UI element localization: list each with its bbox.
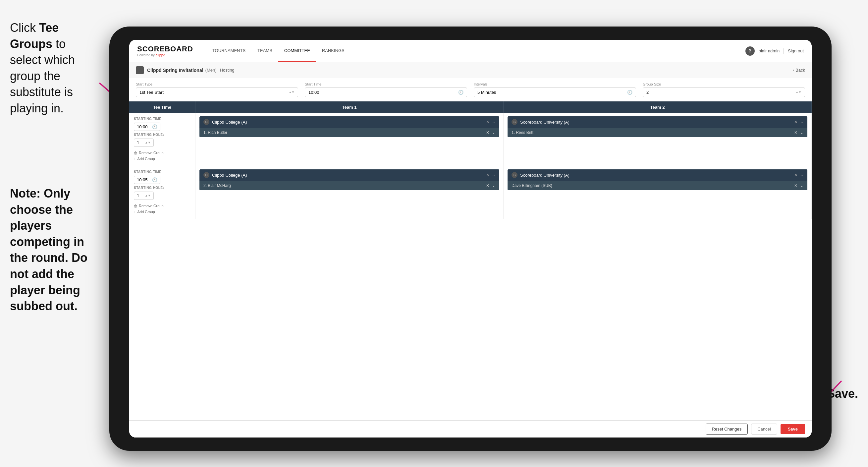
nav-rankings[interactable]: RANKINGS <box>316 40 350 62</box>
row2-team1-card[interactable]: C Clippd College (A) ✕ ⌄ 2. Blair McHarg <box>199 169 499 190</box>
row1-team1-player1[interactable]: 1. Rich Butler ✕ ⌄ <box>199 128 499 137</box>
row2-hole-input[interactable]: 1 ▲▼ <box>134 192 154 200</box>
row1-team1-icon: C <box>204 119 209 125</box>
row2-add-label: Add Group <box>137 210 155 214</box>
row2-team1-expand[interactable]: ⌄ <box>492 173 495 177</box>
start-time-input[interactable]: 10:00 🕙 <box>305 88 467 97</box>
row2-player1-close[interactable]: ✕ <box>486 183 489 188</box>
start-type-arrows: ▲▼ <box>288 91 294 94</box>
save-button[interactable]: Save <box>780 424 805 434</box>
row1-add-group-btn[interactable]: + Add Group <box>134 157 190 161</box>
action-bar: Reset Changes Cancel Save <box>129 420 812 438</box>
row2-team1: C Clippd College (A) ✕ ⌄ 2. Blair McHarg <box>195 166 503 219</box>
row1-team2-player1[interactable]: 1. Rees Britt ✕ ⌄ <box>507 128 807 137</box>
row1-team2-expand[interactable]: ⌄ <box>800 120 803 124</box>
row2-remove-label: Remove Group <box>139 204 164 208</box>
row1-time-value: 10:00 <box>137 124 148 129</box>
row1-player1-close[interactable]: ✕ <box>486 130 489 135</box>
row1-hole-value: 1 <box>137 140 139 145</box>
row1-team2-header-left: S Scoreboard University (A) <box>512 119 569 125</box>
row2-controls: STARTING TIME: 10:05 🕙 STARTING HOLE: 1 … <box>129 166 195 219</box>
row1-team2-name: Scoreboard University (A) <box>520 120 569 125</box>
breadcrumb-tournament: Clippd Spring Invitational <box>147 68 204 73</box>
row1-add-label: Add Group <box>137 157 155 161</box>
reset-changes-button[interactable]: Reset Changes <box>706 424 748 435</box>
row2-team1-actions: ✕ ⌄ <box>486 173 495 177</box>
row2-team2-expand[interactable]: ⌄ <box>800 173 803 177</box>
row1-team2-player1-close[interactable]: ✕ <box>794 130 798 135</box>
row1-team2-player1-expand[interactable]: ⌄ <box>800 130 803 135</box>
row2-team1-player1-actions: ✕ ⌄ <box>486 183 495 188</box>
instruction-line: Click Tee Groups to select which group t… <box>10 21 75 115</box>
row1-player1-expand[interactable]: ⌄ <box>492 130 495 135</box>
cancel-button[interactable]: Cancel <box>751 424 777 435</box>
row2-team2-name: Scoreboard University (A) <box>520 173 569 178</box>
row2-team2-card[interactable]: S Scoreboard University (A) ✕ ⌄ Dave Bil… <box>507 169 807 190</box>
intervals-value: 5 Minutes <box>477 90 496 95</box>
row1-remove-label: Remove Group <box>139 151 164 155</box>
group-size-value: 2 <box>646 90 649 95</box>
nav-right: B blair admin Sign out <box>745 47 804 56</box>
row2-team2: S Scoreboard University (A) ✕ ⌄ Dave Bil… <box>503 166 812 219</box>
row1-time-row: 10:00 🕙 <box>134 123 190 131</box>
row2-team1-close[interactable]: ✕ <box>486 173 489 177</box>
row1-team1-header-left: C Clippd College (A) <box>204 119 247 125</box>
start-type-input[interactable]: 1st Tee Start ▲▼ <box>136 88 298 97</box>
row2-add-group-btn[interactable]: + Add Group <box>134 210 190 214</box>
intervals-input[interactable]: 5 Minutes 🕙 <box>474 88 636 97</box>
row2-team1-player1[interactable]: 2. Blair McHarg ✕ ⌄ <box>199 181 499 190</box>
save-bold: Save. <box>827 387 858 400</box>
nav-teams[interactable]: TEAMS <box>251 40 278 62</box>
row1-team2-player1-actions: ✕ ⌄ <box>794 130 803 135</box>
group-size-input[interactable]: 2 ▲▼ <box>643 88 805 97</box>
row1-team1-expand[interactable]: ⌄ <box>492 120 495 124</box>
row1-team1-actions: ✕ ⌄ <box>486 120 495 124</box>
setting-start-type: Start Type 1st Tee Start ▲▼ <box>136 82 298 97</box>
breadcrumb-logo-icon <box>136 66 144 74</box>
table-body: STARTING TIME: 10:00 🕙 STARTING HOLE: 1 … <box>129 113 812 420</box>
breadcrumb-bar: Clippd Spring Invitational (Men) Hosting… <box>129 62 812 78</box>
note-bold: Note: Only choose the players competing … <box>10 186 88 313</box>
breadcrumb-hosting: Hosting <box>220 68 235 72</box>
row2-team2-header-left: S Scoreboard University (A) <box>512 172 569 178</box>
row2-team1-header-left: C Clippd College (A) <box>204 172 247 178</box>
row2-team2-player-sub[interactable]: Dave Billingham (SUB) ✕ ⌄ <box>507 181 807 190</box>
row2-time-input[interactable]: 10:05 🕙 <box>134 176 160 184</box>
nav-tournaments[interactable]: TOURNAMENTS <box>207 40 251 62</box>
row1-time-input[interactable]: 10:00 🕙 <box>134 123 160 131</box>
row1-hole-input[interactable]: 1 ▲▼ <box>134 139 154 147</box>
row2-player1-expand[interactable]: ⌄ <box>492 183 495 188</box>
row2-hole-arrows: ▲▼ <box>145 194 151 197</box>
row2-remove-group-btn[interactable]: 🗑 Remove Group <box>134 204 190 208</box>
table-row: STARTING TIME: 10:00 🕙 STARTING HOLE: 1 … <box>129 113 812 166</box>
breadcrumb-gender: (Men) <box>206 68 217 72</box>
intervals-clock-icon: 🕙 <box>627 90 632 95</box>
row1-remove-group-btn[interactable]: 🗑 Remove Group <box>134 151 190 155</box>
row1-team2-player1-name: 1. Rees Britt <box>512 130 533 135</box>
row1-team2-close[interactable]: ✕ <box>794 120 798 124</box>
header-tee-time: Tee Time <box>129 101 195 113</box>
logo-brand: clippd <box>156 53 165 57</box>
row1-controls: STARTING TIME: 10:00 🕙 STARTING HOLE: 1 … <box>129 113 195 166</box>
row2-team2-close[interactable]: ✕ <box>794 173 798 177</box>
row1-team1-card[interactable]: C Clippd College (A) ✕ ⌄ 1. Rich Butler <box>199 116 499 137</box>
row1-team2-card[interactable]: S Scoreboard University (A) ✕ ⌄ 1. Rees … <box>507 116 807 137</box>
row1-team1-close[interactable]: ✕ <box>486 120 489 124</box>
row2-trash-icon: 🗑 <box>134 204 137 208</box>
setting-group-size: Group Size 2 ▲▼ <box>643 82 805 97</box>
sign-out-link[interactable]: Sign out <box>788 49 804 53</box>
row2-hole-value: 1 <box>137 193 139 198</box>
back-button[interactable]: ‹ Back <box>793 68 805 72</box>
intervals-label: Intervals <box>474 82 636 86</box>
row2-sub-close[interactable]: ✕ <box>794 183 798 188</box>
instructions-text: Click Tee Groups to select which group t… <box>0 20 103 117</box>
start-time-value: 10:00 <box>308 90 319 95</box>
start-type-label: Start Type <box>136 82 298 86</box>
plus-icon: + <box>134 157 136 161</box>
nav-committee[interactable]: COMMITTEE <box>278 40 316 62</box>
row2-sub-expand[interactable]: ⌄ <box>800 183 803 188</box>
logo-area: SCOREBOARD Powered by clippd <box>137 45 193 57</box>
row2-team2-header: S Scoreboard University (A) ✕ ⌄ <box>507 169 807 181</box>
tee-groups-bold: Tee Groups <box>10 21 59 51</box>
row1-team2-actions: ✕ ⌄ <box>794 120 803 124</box>
